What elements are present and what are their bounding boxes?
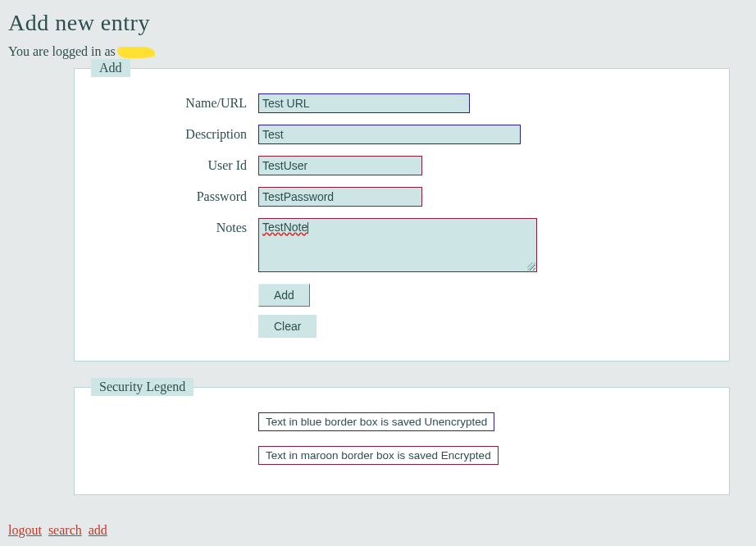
bottom-nav: logout search add xyxy=(8,523,111,538)
search-link[interactable]: search xyxy=(48,523,82,537)
security-legend-fieldset: Security Legend Text in blue border box … xyxy=(74,378,730,495)
legend-encrypted: Text in maroon border box is saved Encry… xyxy=(258,446,499,465)
add-legend: Add xyxy=(91,59,130,77)
login-prefix: You are logged in as xyxy=(8,44,119,58)
page-title: Add new entry xyxy=(8,10,748,36)
text-caret xyxy=(307,222,308,234)
legend-unencrypted: Text in blue border box is saved Unencry… xyxy=(258,412,494,431)
description-input[interactable] xyxy=(258,125,521,144)
notes-input[interactable]: TestNote xyxy=(258,218,537,272)
logout-link[interactable]: logout xyxy=(8,523,42,537)
user-input[interactable] xyxy=(258,156,422,175)
notes-value: TestNote xyxy=(262,221,307,234)
password-input[interactable] xyxy=(258,187,422,207)
name-label: Name/URL xyxy=(91,93,258,111)
username-redacted xyxy=(117,47,155,58)
name-input[interactable] xyxy=(258,93,470,113)
password-label: Password xyxy=(91,187,258,204)
add-fieldset: Add Name/URL Description User Id Passwor… xyxy=(74,59,730,362)
add-button[interactable]: Add xyxy=(258,284,310,307)
security-legend-label: Security Legend xyxy=(91,378,194,396)
notes-label: Notes xyxy=(91,218,258,235)
add-link[interactable]: add xyxy=(89,523,107,537)
description-label: Description xyxy=(91,125,258,142)
clear-button[interactable]: Clear xyxy=(258,315,317,338)
user-label: User Id xyxy=(91,156,258,173)
login-status: You are logged in as xyxy=(8,44,748,59)
